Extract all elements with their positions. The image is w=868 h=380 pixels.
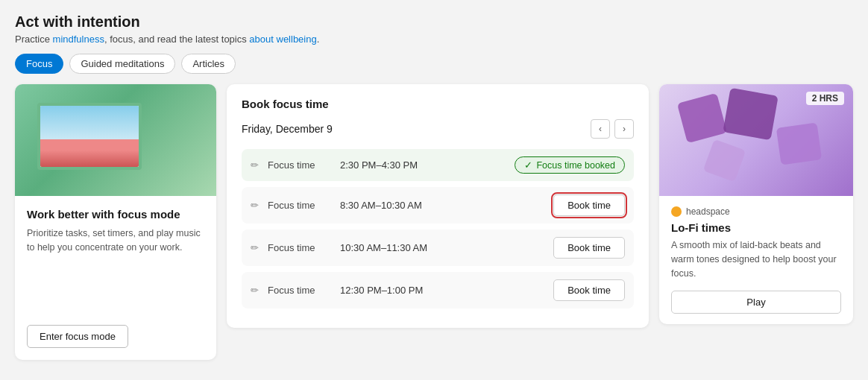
focus-row-booked: ✏ Focus time 2:30 PM–4:30 PM ✓ Focus tim… [242,149,634,181]
prev-date-button[interactable]: ‹ [591,119,610,139]
book-focus-time-card: Book focus time Friday, December 9 ‹ › ✏… [227,84,649,328]
sky-illustration [40,106,139,139]
lofi-description: A smooth mix of laid-back beats and warm… [671,238,841,280]
page-title: Act with intention [15,13,853,31]
tab-focus[interactable]: Focus [15,54,63,74]
pencil-icon: ✏ [251,159,259,171]
focus-row-2: ✏ Focus time 10:30 AM–11:30 AM Book time [242,229,634,266]
cube-decoration-3 [776,122,822,165]
focus-time-3: 12:30 PM–1:00 PM [340,285,544,296]
mindfulness-link[interactable]: mindfulness [53,34,104,45]
book-focus-time-title: Book focus time [242,98,634,110]
date-label: Friday, December 9 [242,123,333,135]
next-date-button[interactable]: › [614,119,634,139]
cube-decoration-1 [677,93,727,143]
focus-label-0: Focus time [268,159,331,171]
pencil-icon-1: ✏ [251,200,259,211]
book-time-button-3[interactable]: Book time [553,279,625,301]
focus-label-3: Focus time [268,285,331,296]
wellbeing-link[interactable]: about wellbeing [249,34,316,45]
focus-mode-image [15,84,216,196]
lofi-card-body: headspace Lo-Fi times A smooth mix of la… [659,196,853,324]
enter-focus-mode-button[interactable]: Enter focus mode [27,325,128,348]
focus-time-1: 8:30 AM–10:30 AM [340,200,544,211]
play-button[interactable]: Play [671,291,841,314]
hrs-badge: 2 HRS [806,92,844,105]
focus-mode-card: Work better with focus mode Prioritize t… [15,84,216,360]
check-icon: ✓ [524,159,532,171]
booked-status-text: Focus time booked [536,160,615,171]
book-time-button-1[interactable]: Book time [553,194,625,216]
focus-time-0: 2:30 PM–4:30 PM [340,159,506,171]
headspace-label: headspace [686,206,730,217]
pencil-icon-2: ✏ [251,242,259,253]
window-illustration [37,103,142,170]
focus-row-3: ✏ Focus time 12:30 PM–1:00 PM Book time [242,272,634,308]
tab-articles[interactable]: Articles [181,54,236,74]
tabs-container: Focus Guided meditations Articles [15,54,853,74]
focus-label-2: Focus time [268,242,331,253]
focus-booked-badge: ✓ Focus time booked [515,156,625,174]
book-time-button-2[interactable]: Book time [553,237,625,259]
focus-label-1: Focus time [268,200,331,211]
tab-guided-meditations[interactable]: Guided meditations [69,54,175,74]
flowers-illustration [40,139,139,167]
headspace-dot [671,206,682,217]
focus-mode-title: Work better with focus mode [27,208,204,221]
cube-decoration-2 [723,88,778,140]
cube-decoration-4 [703,139,746,183]
headspace-row: headspace [671,206,841,217]
focus-mode-description: Prioritize tasks, set timers, and play m… [27,227,204,313]
date-arrows: ‹ › [591,119,634,139]
cards-row: Work better with focus mode Prioritize t… [15,84,853,360]
lofi-times-card: 2 HRS headspace Lo-Fi times A smooth mix… [659,84,853,324]
focus-row-1: ✏ Focus time 8:30 AM–10:30 AM Book time [242,187,634,224]
page-subtitle: Practice mindfulness, focus, and read th… [15,34,853,45]
focus-time-2: 10:30 AM–11:30 AM [340,242,544,253]
date-navigation: Friday, December 9 ‹ › [242,119,634,139]
focus-mode-card-body: Work better with focus mode Prioritize t… [15,196,216,360]
pencil-icon-3: ✏ [251,285,259,296]
lofi-card-image: 2 HRS [659,84,853,196]
lofi-title: Lo-Fi times [671,221,841,234]
